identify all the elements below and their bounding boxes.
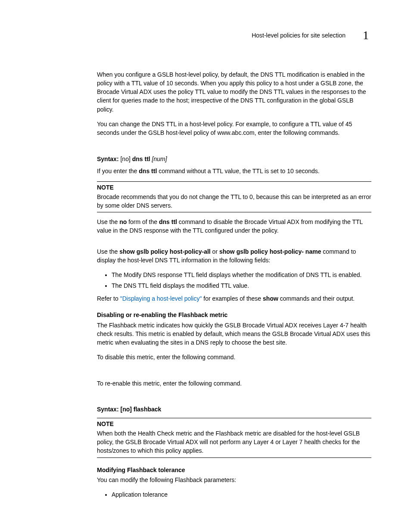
body-paragraph: Use the no form of the dns ttl command t… <box>97 218 371 235</box>
section-heading: Modifying Flashback tolerance <box>97 466 371 474</box>
body-paragraph: To disable this metric, enter the follow… <box>97 353 371 361</box>
keyword-no: no <box>119 218 127 225</box>
note-block: NOTE Brocade recommends that you do not … <box>97 181 371 212</box>
bullet-list: Application tolerance <box>97 490 371 499</box>
syntax-label: Syntax: <box>97 406 120 413</box>
bullet-list: The Modify DNS response TTL field displa… <box>97 271 371 290</box>
body-paragraph: You can change the DNS TTL in a host-lev… <box>97 120 371 137</box>
note-label: NOTE <box>97 420 371 428</box>
note-text: When both the Health Check metric and th… <box>97 429 371 455</box>
body-paragraph: The Flashback metric indicates how quick… <box>97 321 371 347</box>
page-header: Host-level policies for site selection 1 <box>97 27 371 44</box>
body-paragraph: Refer to "Displaying a host-level policy… <box>97 294 371 303</box>
command-name: show gslb policy host-policy-all <box>119 248 211 255</box>
syntax-line: Syntax: [no] flashback <box>97 405 371 414</box>
syntax-arg: [num] <box>152 156 167 162</box>
syntax-label: Syntax: <box>97 156 120 162</box>
cross-reference-link[interactable]: "Displaying a host-level policy" <box>120 295 202 302</box>
body-paragraph: If you enter the dns ttl command without… <box>97 167 371 175</box>
note-label: NOTE <box>97 183 371 192</box>
syntax-command: [no] flashback <box>120 406 161 413</box>
command-name: dns ttl <box>139 168 157 174</box>
body-paragraph: Use the show gslb policy host-policy-all… <box>97 247 371 265</box>
section-heading: Disabling or re-enabling the Flashback m… <box>97 311 371 319</box>
command-name: show <box>263 295 278 302</box>
document-page: Host-level policies for site selection 1… <box>0 0 411 532</box>
body-paragraph: When you configure a GSLB host-level pol… <box>97 70 371 114</box>
syntax-command: dns ttl <box>132 156 152 162</box>
syntax-no: [no] <box>120 156 132 162</box>
command-name: show gslb policy host-policy- name <box>219 248 321 255</box>
note-text: Brocade recommends that you do not chang… <box>97 193 371 210</box>
syntax-line: Syntax: [no] dns ttl [num] <box>97 155 371 163</box>
list-item: The DNS TTL field displays the modified … <box>112 281 371 290</box>
note-block: NOTE When both the Health Check metric a… <box>97 418 371 457</box>
chapter-number: 1 <box>363 27 369 44</box>
body-paragraph: To re-enable this metric, enter the foll… <box>97 379 371 388</box>
list-item: Application tolerance <box>112 490 371 499</box>
header-title: Host-level policies for site selection <box>252 31 346 40</box>
list-item: The Modify DNS response TTL field displa… <box>112 271 371 279</box>
command-name: dns ttl <box>159 218 177 225</box>
body-paragraph: You can modify the following Flashback p… <box>97 476 371 484</box>
